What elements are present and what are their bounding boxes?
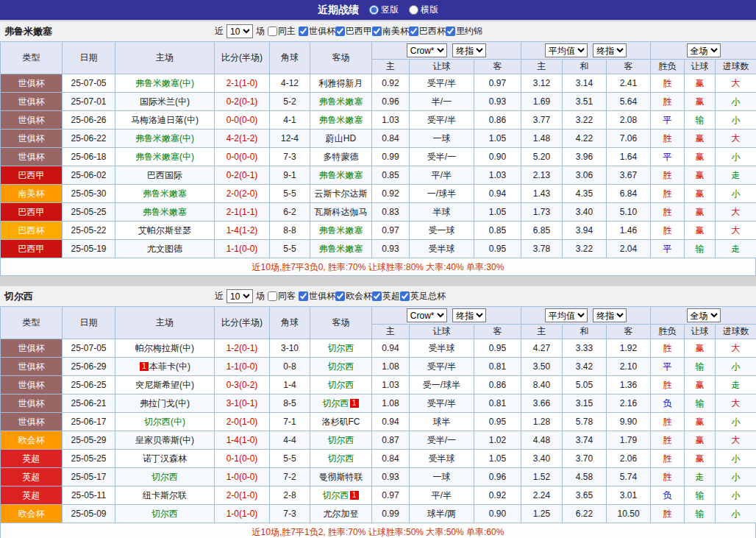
away-team-cell-link[interactable]: 弗鲁米嫩塞 (319, 225, 363, 236)
score-cell[interactable]: 2-1(1-0) (215, 74, 270, 93)
horizontal-radio[interactable] (409, 5, 418, 15)
home-team-cell-link[interactable]: 弗鲁米嫩塞(中) (135, 152, 194, 162)
score-cell[interactable]: 1-2(0-1) (215, 339, 270, 358)
away-team-cell-link[interactable]: 尤尔加登 (324, 509, 359, 519)
home-team-cell-link[interactable]: 国际米兰(中) (140, 96, 190, 107)
away-team-cell[interactable]: 弗鲁米嫩塞 (310, 111, 372, 130)
home-team-cell-link[interactable]: 巴西国际 (147, 170, 182, 180)
away-team-cell[interactable]: 切尔西 (310, 339, 372, 358)
away-team-cell-link[interactable]: 切尔西 (328, 435, 354, 445)
away-team-cell-link[interactable]: 切尔西 (328, 453, 354, 464)
home-team-cell-link[interactable]: 切尔西 (151, 509, 178, 519)
away-team-cell[interactable]: 弗鲁米嫩塞 (310, 222, 372, 240)
home-team-cell[interactable]: 弗拉门戈(中) (115, 394, 215, 413)
league-checkbox[interactable] (299, 291, 308, 301)
vertical-radio[interactable] (369, 5, 379, 15)
away-team-cell-link[interactable]: 利雅得新月 (319, 78, 363, 88)
home-team-cell-link[interactable]: 突尼斯希望(中) (135, 380, 194, 390)
home-team-cell-link[interactable]: 弗鲁米嫩塞 (143, 188, 187, 199)
home-team-cell[interactable]: 弗鲁米嫩塞(中) (115, 74, 215, 93)
home-team-cell[interactable]: 尤文图德 (115, 240, 215, 258)
score-cell[interactable]: 0-1(0-0) (215, 450, 270, 468)
home-team-cell[interactable]: 切尔西 (115, 505, 215, 523)
league-checkbox[interactable] (335, 26, 345, 36)
average-select[interactable]: 平均值 (545, 43, 588, 57)
league-filter-英超[interactable]: 英超 (372, 290, 400, 302)
home-team-cell-link[interactable]: 弗鲁米嫩塞(中) (135, 78, 194, 88)
score-cell[interactable]: 3-1(0-1) (215, 394, 270, 413)
final-odds-select[interactable]: 终指 (452, 43, 486, 57)
layout-vertical-option[interactable]: 竖版 (369, 4, 399, 16)
away-team-cell[interactable]: 弗鲁米嫩塞 (310, 93, 372, 111)
league-checkbox[interactable] (372, 26, 382, 36)
away-team-cell-link[interactable]: 切尔西 (328, 343, 354, 353)
league-checkbox[interactable] (446, 26, 455, 36)
away-team-cell[interactable]: 尤尔加登 (310, 505, 372, 523)
score-cell[interactable]: 4-2(1-2) (215, 130, 270, 148)
home-team-cell[interactable]: 切尔西 (115, 468, 215, 486)
away-team-cell-link[interactable]: 切尔西 (328, 361, 354, 372)
league-filter-巴西杯[interactable]: 巴西杯 (409, 25, 446, 38)
score-cell[interactable]: 1-0(1-0) (215, 505, 270, 523)
league-filter-南美杯[interactable]: 南美杯 (372, 25, 409, 38)
away-team-cell[interactable]: 切尔西1 (310, 486, 372, 505)
league-filter-里约锦[interactable]: 里约锦 (446, 25, 482, 38)
home-team-cell[interactable]: 弗鲁米嫩塞(中) (115, 130, 215, 148)
away-team-cell[interactable]: 切尔西1 (310, 394, 372, 413)
score-cell[interactable]: 0-2(0-1) (215, 93, 270, 111)
away-team-cell-link[interactable]: 瓦斯科达伽马 (315, 207, 368, 217)
away-team-cell[interactable]: 切尔西 (310, 376, 372, 394)
odds-company-select[interactable]: Crow* (407, 308, 447, 322)
away-team-cell-link[interactable]: 云斯卡尔达斯 (315, 188, 368, 199)
league-checkbox[interactable] (335, 291, 345, 301)
odds-company-select[interactable]: Crow* (407, 43, 447, 57)
score-cell[interactable]: 2-1(1-1) (215, 203, 270, 222)
home-team-cell-link[interactable]: 艾帕尔斯登瑟 (138, 225, 191, 236)
home-team-cell-link[interactable]: 纽卡斯尔联 (143, 490, 187, 500)
home-team-cell[interactable]: 皇家贝蒂斯(中) (115, 431, 215, 450)
home-team-cell-link[interactable]: 弗鲁米嫩塞 (143, 207, 187, 217)
match-count-select[interactable]: 10 (227, 289, 253, 303)
league-checkbox[interactable] (372, 291, 382, 301)
match-count-select[interactable]: 10 (227, 24, 253, 38)
away-team-cell[interactable]: 蔚山HD (310, 130, 372, 148)
home-team-cell-link[interactable]: 切尔西(中) (144, 417, 185, 427)
home-team-cell[interactable]: 马梅洛迪日落(中) (115, 111, 215, 130)
home-team-cell[interactable]: 纽卡斯尔联 (115, 486, 215, 505)
home-team-cell[interactable]: 1本菲卡(中) (115, 358, 215, 376)
final-odds-select[interactable]: 终指 (452, 308, 486, 322)
away-team-cell[interactable]: 曼彻斯特联 (310, 468, 372, 486)
away-team-cell[interactable]: 云斯卡尔达斯 (310, 185, 372, 203)
score-cell[interactable]: 2-0(1-0) (215, 486, 270, 505)
home-team-cell-link[interactable]: 马梅洛迪日落(中) (131, 115, 199, 125)
home-team-cell[interactable]: 弗鲁米嫩塞 (115, 185, 215, 203)
league-filter-英足总杯[interactable]: 英足总杯 (400, 290, 446, 302)
home-team-cell-link[interactable]: 皇家贝蒂斯(中) (135, 435, 194, 445)
away-team-cell-link[interactable]: 切尔西 (323, 398, 349, 408)
score-cell[interactable]: 2-0(2-0) (215, 185, 270, 203)
score-cell[interactable]: 1-0(0-0) (215, 468, 270, 486)
home-team-cell[interactable]: 弗鲁米嫩塞 (115, 203, 215, 222)
final-odds-select-2[interactable]: 终指 (593, 43, 627, 57)
score-cell[interactable]: 1-4(1-2) (215, 222, 270, 240)
score-cell[interactable]: 0-0(0-0) (215, 148, 270, 166)
away-team-cell-link[interactable]: 弗鲁米嫩塞 (319, 115, 363, 125)
home-team-cell-link[interactable]: 诺丁汉森林 (143, 453, 187, 464)
home-team-cell-link[interactable]: 弗鲁米嫩塞(中) (135, 133, 194, 144)
away-team-cell-link[interactable]: 曼彻斯特联 (319, 472, 363, 482)
away-team-cell-link[interactable]: 切尔西 (328, 380, 354, 390)
away-team-cell-link[interactable]: 弗鲁米嫩塞 (319, 170, 363, 180)
away-team-cell[interactable]: 瓦斯科达伽马 (310, 203, 372, 222)
same-side-checkbox[interactable] (268, 291, 277, 301)
same-side-filter[interactable]: 同客 (268, 290, 296, 302)
same-side-checkbox[interactable] (268, 26, 277, 36)
home-team-cell[interactable]: 突尼斯希望(中) (115, 376, 215, 394)
home-team-cell[interactable]: 弗鲁米嫩塞(中) (115, 148, 215, 166)
away-team-cell-link[interactable]: 蔚山HD (326, 133, 356, 144)
home-team-cell[interactable]: 国际米兰(中) (115, 93, 215, 111)
away-team-cell-link[interactable]: 切尔西 (323, 490, 349, 500)
score-cell[interactable]: 0-3(0-2) (215, 376, 270, 394)
away-team-cell-link[interactable]: 洛杉矶FC (322, 417, 360, 427)
league-filter-欧会杯[interactable]: 欧会杯 (335, 290, 372, 302)
away-team-cell[interactable]: 切尔西 (310, 358, 372, 376)
